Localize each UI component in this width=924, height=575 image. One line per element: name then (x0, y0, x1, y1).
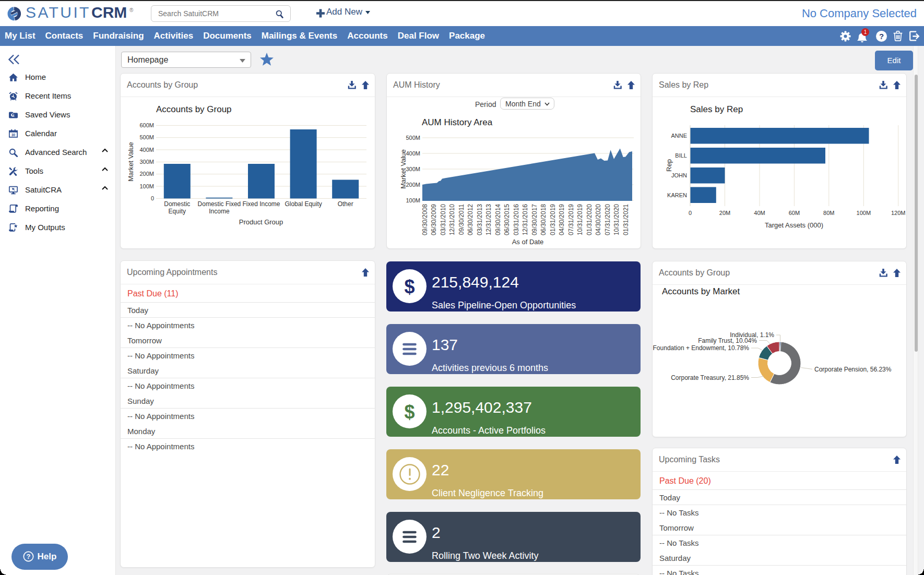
svg-text:07/31/2020: 07/31/2020 (604, 204, 611, 235)
svg-text:?: ? (26, 553, 30, 560)
svg-text:01/31/2021: 01/31/2021 (622, 204, 630, 235)
svg-text:06/30/2009: 06/30/2009 (430, 204, 437, 235)
svg-text:200M: 200M (406, 182, 420, 188)
svg-text:300M: 300M (406, 166, 420, 172)
svg-text:100M: 100M (406, 197, 420, 203)
svg-text:0: 0 (151, 195, 154, 201)
svg-text:300M: 300M (139, 159, 154, 165)
svg-text:400M: 400M (406, 150, 420, 157)
svg-text:06/30/2018: 06/30/2018 (540, 204, 547, 235)
svg-text:Target Assets (000): Target Assets (000) (765, 221, 823, 229)
svg-text:12/31/2013: 12/31/2013 (485, 204, 492, 235)
svg-text:07/31/2019: 07/31/2019 (567, 204, 575, 235)
svg-text:Global Equity: Global Equity (285, 200, 322, 208)
svg-text:01/31/2020: 01/31/2020 (586, 204, 593, 235)
svg-text:As of Date: As of Date (512, 238, 544, 246)
svg-text:09/30/2011: 09/30/2011 (458, 204, 465, 235)
svg-text:Income: Income (209, 208, 230, 215)
svg-text:500M: 500M (406, 135, 420, 141)
svg-text:Accounts by Market: Accounts by Market (662, 286, 740, 296)
svg-text:80M: 80M (823, 210, 834, 216)
svg-text:400M: 400M (139, 147, 154, 153)
svg-text:03/31/2010: 03/31/2010 (440, 204, 447, 235)
svg-text:10/31/2019: 10/31/2019 (576, 204, 584, 235)
svg-text:120M: 120M (891, 210, 906, 216)
svg-text:ANNE: ANNE (671, 133, 687, 139)
svg-text:Product Group: Product Group (239, 218, 283, 226)
svg-text:Other: Other (338, 200, 353, 208)
svg-text:30: 30 (11, 133, 16, 137)
svg-text:Corporate Pension, 56.23%: Corporate Pension, 56.23% (814, 366, 892, 373)
svg-text:Rep: Rep (665, 159, 673, 172)
svg-text:500M: 500M (139, 134, 154, 140)
svg-text:04/30/2020: 04/30/2020 (595, 204, 602, 235)
svg-text:03/31/2013: 03/31/2013 (476, 204, 483, 235)
svg-text:Domestic Fixed: Domestic Fixed (198, 200, 241, 208)
svg-text:06/30/2012: 06/30/2012 (467, 204, 474, 235)
svg-text:AUM History Area: AUM History Area (422, 117, 493, 127)
svg-text:01/31/2019: 01/31/2019 (549, 204, 556, 235)
svg-text:100M: 100M (139, 183, 154, 189)
svg-text:09/30/2014: 09/30/2014 (494, 204, 502, 235)
svg-text:CRM: CRM (91, 4, 127, 21)
svg-text:03/31/2016: 03/31/2016 (513, 204, 520, 235)
svg-text:Foundation + Endowment, 10.78%: Foundation + Endowment, 10.78% (653, 344, 750, 352)
svg-text:09/30/2008: 09/30/2008 (421, 204, 429, 235)
svg-text:®: ® (129, 7, 134, 13)
svg-text:Market Value: Market Value (127, 142, 135, 182)
svg-text:12/31/2010: 12/31/2010 (448, 204, 456, 235)
svg-text:Market Value: Market Value (399, 149, 407, 189)
svg-text:KAREN: KAREN (667, 192, 687, 198)
svg-text:SATUIT: SATUIT (26, 4, 91, 21)
svg-text:09/30/2017: 09/30/2017 (531, 204, 538, 235)
svg-text:Equity: Equity (169, 208, 186, 215)
svg-text:200M: 200M (139, 171, 154, 177)
svg-text:Accounts by Group: Accounts by Group (156, 104, 232, 114)
svg-text:Corporate Treasury, 21.85%: Corporate Treasury, 21.85% (671, 374, 749, 381)
svg-text:60M: 60M (789, 210, 800, 216)
svg-text:06/30/2015: 06/30/2015 (503, 204, 511, 235)
svg-text:Domestic: Domestic (164, 200, 190, 208)
svg-text:JOHN: JOHN (671, 172, 687, 178)
svg-text:20M: 20M (719, 210, 730, 216)
svg-text:600M: 600M (139, 122, 154, 128)
svg-text:Sales by Rep: Sales by Rep (690, 104, 743, 114)
svg-text:100M: 100M (857, 210, 871, 216)
svg-text:Family Trust, 10.04%: Family Trust, 10.04% (698, 337, 757, 344)
svg-text:04/30/2019: 04/30/2019 (558, 204, 565, 235)
svg-text:Fixed Income: Fixed Income (242, 200, 280, 208)
svg-text:10/31/2020: 10/31/2020 (613, 204, 620, 235)
svg-text:12/31/2016: 12/31/2016 (522, 204, 529, 235)
svg-text:0: 0 (689, 210, 692, 216)
svg-text:BILL: BILL (675, 152, 687, 159)
svg-text:40M: 40M (754, 210, 765, 216)
